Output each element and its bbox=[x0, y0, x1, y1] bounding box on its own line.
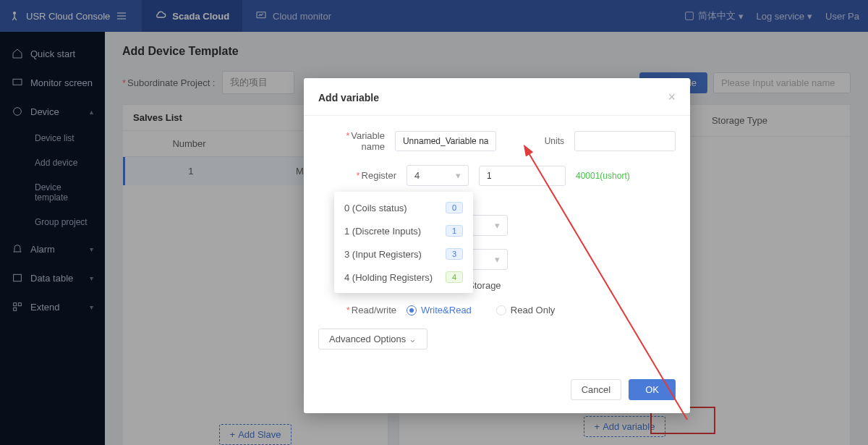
dropdown-option-3[interactable]: 3 (Input Registers)3 bbox=[334, 242, 473, 266]
units-label: Units bbox=[535, 136, 564, 146]
register-dropdown: 0 (Coils status)0 1 (Discrete Inputs)1 3… bbox=[334, 192, 473, 293]
ok-button[interactable]: OK bbox=[629, 379, 676, 400]
close-icon[interactable]: × bbox=[668, 90, 676, 105]
register-hint: 40001(ushort) bbox=[576, 171, 630, 181]
chevron-down-icon: ▾ bbox=[456, 170, 461, 181]
modal-title: Add variable bbox=[318, 92, 379, 103]
readwrite-label: *Read/write bbox=[330, 305, 396, 315]
dropdown-option-0[interactable]: 0 (Coils status)0 bbox=[334, 196, 473, 219]
variable-name-label: *Variable name bbox=[330, 130, 385, 152]
advanced-options-button[interactable]: Advanced Options ⌄ bbox=[318, 329, 427, 349]
units-input[interactable] bbox=[574, 131, 676, 151]
chevron-down-icon: ▾ bbox=[495, 220, 500, 231]
read-only-radio[interactable]: Read Only bbox=[496, 305, 555, 315]
register-label: *Register bbox=[330, 170, 396, 181]
chevron-down-icon: ⌄ bbox=[409, 334, 417, 344]
register-type-select[interactable]: 4 ▾ bbox=[407, 165, 469, 186]
chevron-down-icon: ▾ bbox=[495, 254, 500, 265]
write-read-radio[interactable]: Write&Read bbox=[407, 305, 472, 315]
dropdown-option-1[interactable]: 1 (Discrete Inputs)1 bbox=[334, 219, 473, 242]
variable-name-input[interactable] bbox=[395, 131, 496, 151]
register-address-input[interactable] bbox=[479, 166, 566, 186]
cancel-button[interactable]: Cancel bbox=[571, 379, 621, 400]
dropdown-option-4[interactable]: 4 (Holding Registers)4 bbox=[334, 266, 473, 289]
